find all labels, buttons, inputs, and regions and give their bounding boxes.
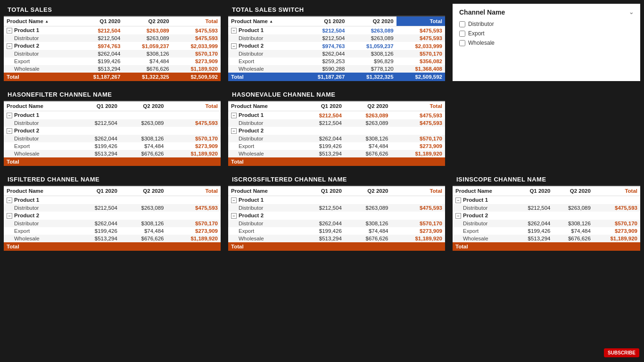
checkbox-wholesale[interactable] — [459, 40, 465, 46]
expand-icon[interactable]: − — [231, 213, 237, 219]
col-q1: Q1 2020 — [513, 186, 553, 196]
expand-icon[interactable]: − — [7, 213, 12, 219]
cell-value: $263,089 — [120, 204, 167, 212]
table-row: Distributor$212,504$263,089$475,593 — [4, 119, 221, 127]
chevron-down-icon[interactable]: ⌄ — [629, 9, 634, 16]
cell-value — [120, 111, 167, 120]
expand-icon[interactable]: − — [231, 43, 237, 49]
expand-icon[interactable]: − — [7, 113, 12, 118]
table-row: Total — [4, 242, 221, 251]
table-row: Wholesale$513,294$676,626$1,189,920 — [228, 150, 445, 157]
checkbox-export[interactable] — [459, 31, 465, 37]
col-q2: Q2 2020 — [347, 16, 396, 26]
cell-value: $513,294 — [74, 65, 123, 73]
cell-name: −Product 2 — [228, 42, 299, 50]
cell-value: $475,593 — [396, 26, 445, 35]
hasonefilter-table: Product Name Q1 2020 Q2 2020 Total −Prod… — [4, 101, 221, 166]
cell-value: $262,044 — [513, 220, 553, 227]
expand-icon[interactable]: − — [231, 28, 237, 33]
isfiltered-title: ISFILTERED CHANNEL NAME — [4, 173, 221, 186]
table-row: Total — [228, 242, 445, 251]
expand-icon[interactable]: − — [7, 128, 12, 134]
cell-value: $974,763 — [74, 42, 123, 50]
filter-item-wholesale[interactable]: Wholesale — [459, 40, 634, 46]
cell-value: $262,044 — [74, 135, 120, 142]
filter-label-export: Export — [468, 30, 485, 37]
cell-value — [513, 242, 553, 251]
col-total: Total — [396, 16, 445, 26]
cell-value: $263,089 — [123, 34, 172, 42]
cell-value: $676,626 — [345, 150, 391, 157]
cell-value: $212,504 — [74, 204, 120, 212]
expand-icon[interactable]: − — [7, 28, 12, 33]
expand-icon[interactable]: − — [231, 128, 237, 134]
cell-name: −Product 1 — [453, 196, 513, 205]
checkbox-distributor[interactable] — [459, 21, 465, 27]
cell-name: −Product 1 — [4, 26, 74, 35]
col-product-name: Product Name ▲ — [228, 16, 299, 26]
filter-item-export[interactable]: Export — [459, 30, 634, 37]
cell-name: Total — [228, 73, 299, 81]
hasonevalue-title: HASONEVALUE CHANNEL NAME — [228, 89, 445, 101]
cell-value: $1,322,325 — [123, 73, 172, 81]
cell-name: −Product 2 — [453, 212, 513, 220]
cell-value: $74,484 — [123, 58, 172, 65]
cell-value: $570,170 — [172, 50, 221, 58]
table-row: Distributor$212,504$263,089$475,593 — [228, 204, 445, 212]
cell-value: $1,368,408 — [396, 65, 445, 73]
total-sales-switch-widget: TOTAL SALES SWITCH Product Name ▲ Q1 202… — [228, 4, 445, 81]
expand-icon[interactable]: − — [7, 43, 12, 49]
cell-name: Distributor — [453, 204, 513, 212]
col-total: Total — [166, 101, 221, 111]
col-q1: Q1 2020 — [299, 16, 347, 26]
table-row: Total — [453, 242, 640, 251]
cell-name: Export — [228, 58, 299, 65]
cell-name: Distributor — [228, 220, 298, 227]
cell-value: $1,189,920 — [391, 150, 445, 157]
expand-icon[interactable]: − — [455, 213, 461, 219]
cell-value: $212,504 — [74, 26, 123, 35]
expand-icon[interactable]: − — [7, 197, 12, 203]
cell-value — [166, 157, 221, 166]
cell-value — [594, 242, 640, 251]
cell-value: $263,089 — [120, 119, 167, 127]
col-product-name: Product Name — [228, 101, 298, 111]
cell-value: $1,322,325 — [347, 73, 396, 81]
expand-icon[interactable]: − — [231, 197, 237, 203]
col-product-name: Product Name — [4, 101, 74, 111]
col-q1: Q1 2020 — [74, 16, 123, 26]
cell-value: $273,909 — [391, 142, 445, 150]
table-row: Distributor$212,504$263,089$475,593 — [228, 119, 445, 127]
cell-value: $263,089 — [347, 34, 396, 42]
cell-name: Distributor — [453, 220, 513, 227]
col-total: Total — [391, 101, 445, 111]
cell-name: Distributor — [228, 50, 299, 58]
cell-value: $2,509,592 — [396, 73, 445, 81]
cell-value: $1,189,920 — [166, 150, 221, 157]
filter-item-distributor[interactable]: Distributor — [459, 21, 634, 27]
cell-value: $1,059,237 — [347, 42, 396, 50]
cell-value: $513,294 — [513, 235, 553, 242]
cell-name: −Product 1 — [4, 111, 74, 120]
cell-value — [74, 111, 120, 120]
cell-value: $273,909 — [166, 227, 221, 235]
cell-value: $263,089 — [345, 111, 391, 120]
table-row: −Product 2 — [228, 212, 445, 220]
cell-value: $74,484 — [345, 142, 391, 150]
cell-value: $676,626 — [120, 150, 167, 157]
table-row: −Product 2 — [4, 127, 221, 135]
cell-value: $262,044 — [298, 220, 345, 227]
cell-value: $199,426 — [74, 227, 120, 235]
col-q2: Q2 2020 — [120, 186, 167, 196]
cell-value: $74,484 — [120, 142, 167, 150]
expand-icon[interactable]: − — [231, 113, 237, 118]
table-row: −Product 1$212,504$263,089$475,593 — [228, 26, 445, 35]
cell-value — [298, 196, 345, 205]
cell-name: Total — [4, 157, 74, 166]
col-q1: Q1 2020 — [298, 101, 345, 111]
cell-value — [513, 212, 553, 220]
cell-value: $273,909 — [166, 142, 221, 150]
cell-name: −Product 1 — [228, 111, 298, 120]
expand-icon[interactable]: − — [455, 197, 461, 203]
table-row: −Product 1 — [4, 111, 221, 120]
